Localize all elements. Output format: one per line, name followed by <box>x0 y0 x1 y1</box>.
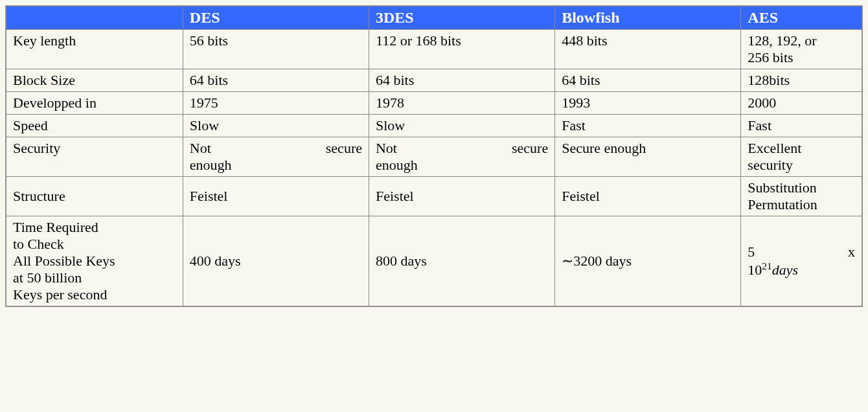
cell-structure-aes: Substitution Permutation <box>741 177 862 216</box>
cell-text: enough <box>190 157 362 174</box>
table-row: Security Not secure enough Not secure en… <box>6 137 862 177</box>
cell-developed-3des: 1978 <box>369 92 554 115</box>
cell-text: Substitution <box>748 179 855 196</box>
cell-text: Excellent <box>748 140 855 157</box>
cell-blocksize-aes: 128bits <box>741 69 862 92</box>
cell-developed-des: 1975 <box>183 92 369 115</box>
row-label-speed: Speed <box>6 115 183 137</box>
cell-speed-blowfish: Fast <box>555 115 741 137</box>
table-row: Key length 56 bits 112 or 168 bits 448 b… <box>6 30 862 69</box>
cell-text-part: 5 <box>748 244 755 260</box>
cell-developed-blowfish: 1993 <box>555 92 741 115</box>
row-label-keylength: Key length <box>6 30 183 69</box>
cell-keylength-blowfish: 448 bits <box>555 30 741 69</box>
table-row: Developped in 1975 1978 1993 2000 <box>6 92 862 115</box>
cell-developed-aes: 2000 <box>741 92 862 115</box>
cell-blocksize-3des: 64 bits <box>369 69 554 92</box>
cell-speed-aes: Fast <box>741 115 862 137</box>
table-row: Block Size 64 bits 64 bits 64 bits 128bi… <box>6 69 862 92</box>
header-des: DES <box>183 6 369 30</box>
cell-text-part: 10 <box>748 262 762 278</box>
cell-speed-des: Slow <box>183 115 369 137</box>
cell-text: security <box>748 157 855 174</box>
comparison-table-wrapper: DES 3DES Blowfish AES Key length 56 bits… <box>5 5 863 307</box>
cell-structure-des: Feistel <box>183 177 369 216</box>
cell-exponent: 21 <box>762 260 771 271</box>
header-blowfish: Blowfish <box>555 6 741 30</box>
table-header-row: DES 3DES Blowfish AES <box>6 6 862 30</box>
cell-speed-3des: Slow <box>369 115 554 137</box>
comparison-table: DES 3DES Blowfish AES Key length 56 bits… <box>6 6 862 306</box>
cell-time-blowfish: ∼3200 days <box>555 216 741 306</box>
cell-text-part: x <box>848 244 855 260</box>
cell-text: at 50 billion <box>13 269 176 286</box>
cell-blocksize-blowfish: 64 bits <box>555 69 741 92</box>
header-3des: 3DES <box>369 6 554 30</box>
cell-text-part: secure <box>512 140 548 156</box>
cell-text-part: Not <box>376 140 397 156</box>
row-label-security: Security <box>6 137 183 177</box>
cell-text: Keys per second <box>13 286 176 303</box>
cell-security-3des: Not secure enough <box>369 137 554 177</box>
cell-text: 1021days <box>748 260 855 279</box>
cell-text: Permutation <box>748 196 855 213</box>
cell-time-aes: 5 x 1021days <box>741 216 862 306</box>
table-row: Time Required to Check All Possible Keys… <box>6 216 862 306</box>
cell-text: 256 bits <box>748 49 855 66</box>
cell-text: Time Required <box>13 219 176 236</box>
cell-security-des: Not secure enough <box>183 137 369 177</box>
row-label-structure: Structure <box>6 177 183 216</box>
cell-text: All Possible Keys <box>13 253 176 269</box>
row-label-blocksize: Block Size <box>6 69 183 92</box>
cell-keylength-aes: 128, 192, or 256 bits <box>741 30 862 69</box>
cell-text: 5 x <box>748 244 855 260</box>
cell-text-part: days <box>772 262 798 278</box>
row-label-time: Time Required to Check All Possible Keys… <box>6 216 183 306</box>
cell-time-des: 400 days <box>183 216 369 306</box>
cell-time-3des: 800 days <box>369 216 554 306</box>
header-empty <box>6 6 183 30</box>
header-aes: AES <box>741 6 862 30</box>
cell-structure-blowfish: Feistel <box>555 177 741 216</box>
cell-blocksize-des: 64 bits <box>183 69 369 92</box>
cell-text: Not secure <box>190 140 362 157</box>
row-label-developed: Developped in <box>6 92 183 115</box>
table-row: Structure Feistel Feistel Feistel Substi… <box>6 177 862 216</box>
table-row: Speed Slow Slow Fast Fast <box>6 115 862 137</box>
cell-text: enough <box>376 157 548 174</box>
cell-keylength-des: 56 bits <box>183 30 369 69</box>
cell-text: Not secure <box>376 140 548 157</box>
cell-text-part: Not <box>190 140 211 156</box>
cell-text: 128, 192, or <box>748 32 855 49</box>
cell-security-blowfish: Secure enough <box>555 137 741 177</box>
cell-text: to Check <box>13 236 176 253</box>
cell-structure-3des: Feistel <box>369 177 554 216</box>
cell-security-aes: Excellent security <box>741 137 862 177</box>
cell-text-part: secure <box>326 140 362 156</box>
cell-keylength-3des: 112 or 168 bits <box>369 30 554 69</box>
